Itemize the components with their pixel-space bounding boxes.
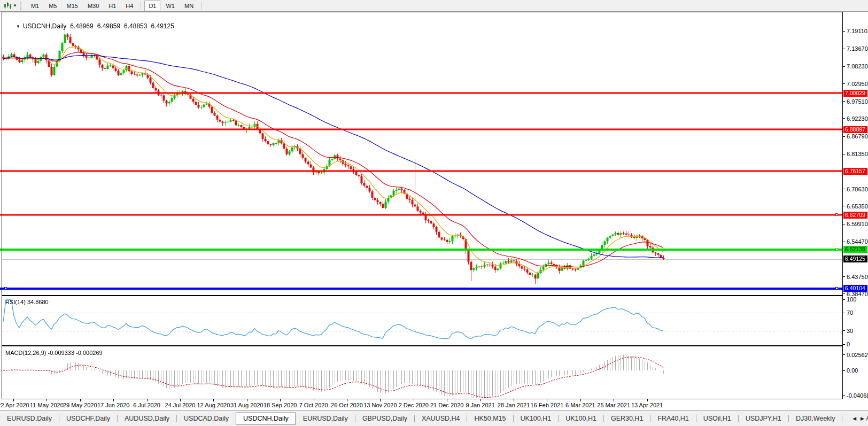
macd-canvas[interactable] (0, 346, 843, 399)
tick-dash (843, 242, 845, 242)
main-chart-canvas[interactable] (0, 12, 843, 296)
chart-tab-usdchf-daily[interactable]: USDCHF,Daily (59, 413, 117, 424)
tick-dash (843, 118, 845, 119)
date-axis[interactable]: 22 Apr 202011 May 202029 May 202017 Jun … (0, 399, 843, 410)
line-drag-handle[interactable] (835, 287, 838, 290)
tab-scroll-left-icon[interactable]: ◀ (850, 414, 858, 423)
date-tick (147, 399, 148, 401)
date-label: 6 Jul 2020 (133, 402, 160, 408)
date-label: 9 Jan 2021 (466, 402, 494, 408)
mt4-window: ▼ M1M5M15M30H1H4D1W1MN ▼USDCNH,Daily6.48… (0, 0, 868, 426)
timeframe-button-mn[interactable]: MN (180, 1, 198, 11)
date-tick (547, 399, 547, 401)
price-axis[interactable]: 7.191107.136707.082307.029506.975106.922… (843, 12, 868, 399)
chart-tab-usoil-h1[interactable]: USOil,H1 (696, 413, 738, 424)
date-tick (380, 399, 381, 401)
macd-axis-tick: 0.00 (843, 367, 858, 374)
date-label: 7 Oct 2020 (299, 402, 328, 408)
timeframe-button-h1[interactable]: H1 (104, 1, 120, 11)
chart-tab-uk100-h1[interactable]: UK100,H1 (559, 413, 603, 424)
rsi-axis-tick: 30 (843, 328, 853, 334)
tick-dash (843, 49, 845, 49)
tick-dash (843, 66, 845, 67)
level-price-label[interactable]: 7.00029 (843, 90, 867, 97)
chart-tab-usdcad-daily[interactable]: USDCAD,Daily (177, 413, 236, 424)
macd-axis-tick: 0.025623 (843, 352, 868, 358)
level-price-label[interactable]: 6.88897 (843, 126, 867, 133)
date-tick (447, 399, 447, 401)
chart-tab-gbpusd-daily[interactable]: GBPUSD,Daily (355, 413, 414, 424)
tick-dash (843, 293, 845, 294)
chart-tab-hk50-m15[interactable]: HK50,M15 (467, 413, 513, 424)
rsi-axis-tick: 0 (843, 341, 850, 347)
price-axis-tick: 6.81350 (843, 151, 868, 157)
date-label: 17 Jun 2020 (97, 402, 130, 408)
date-label: 13 Apr 2021 (631, 402, 663, 408)
chart-tab-eurusd-daily[interactable]: EURUSD,Daily (0, 413, 59, 424)
date-tick (113, 399, 114, 401)
chart-type-dropdown-caret-icon[interactable]: ▼ (13, 3, 17, 8)
level-price-label[interactable]: 6.76157 (843, 168, 867, 175)
price-axis-tick: 7.02950 (843, 81, 868, 87)
timeframe-button-m1[interactable]: M1 (27, 1, 43, 11)
date-tick (280, 399, 281, 401)
rsi-canvas[interactable] (0, 296, 843, 346)
price-axis-tick: 6.59910 (843, 221, 868, 227)
tick-dash (843, 224, 845, 224)
level-price-label[interactable]: 6.62709 (843, 212, 867, 219)
chart-collapse-icon[interactable]: ▼ (16, 24, 20, 29)
timeframe-buttons: M1M5M15M30H1H4D1W1MN (26, 0, 204, 12)
chart-tab-xauusd-h4[interactable]: XAUUSD,H4 (415, 413, 467, 424)
chart-tab-fra40-h1[interactable]: FRA40,H1 (650, 413, 695, 424)
price-axis-tick: 7.13670 (843, 45, 868, 52)
date-label: 16 Feb 2021 (531, 402, 564, 408)
timeframe-button-d1[interactable]: D1 (144, 1, 160, 11)
current-price-label: 6.49125 (843, 255, 867, 262)
line-drag-handle[interactable] (835, 213, 838, 216)
price-axis-tick: 6.97510 (843, 98, 868, 105)
date-label: 29 May 2020 (63, 402, 97, 408)
line-drag-handle[interactable] (835, 248, 838, 251)
date-tick (213, 399, 214, 401)
level-price-label[interactable]: 6.40104 (843, 285, 867, 292)
timeframe-button-m5[interactable]: M5 (44, 1, 61, 11)
chart-tab-bar: EURUSD,DailyUSDCHF,DailyAUDUSD,DailyUSDC… (0, 410, 868, 426)
chart-tab-dj30-weekly[interactable]: DJ30,Weekly (789, 413, 842, 424)
date-label: 22 Apr 2020 (0, 402, 29, 408)
chart-tab-eurusd-daily[interactable]: EURUSD,Daily (296, 413, 355, 424)
tick-dash (843, 276, 845, 277)
ohlc-low: 6.48853 (124, 22, 147, 30)
date-label: 25 Mar 2021 (597, 402, 630, 408)
timeframe-button-h4[interactable]: H4 (121, 1, 137, 11)
tick-dash (843, 83, 845, 84)
tick-dash (843, 154, 845, 154)
chart-tab-uk100-h1[interactable]: UK100,H1 (514, 413, 559, 424)
ohlc-open: 6.48969 (70, 22, 93, 30)
level-price-label[interactable]: 6.52138 (843, 246, 867, 253)
date-tick (347, 399, 347, 401)
price-axis-tick: 6.86790 (843, 133, 868, 140)
date-label: 28 Jan 2021 (498, 402, 530, 408)
date-tick (247, 399, 247, 401)
timeframe-button-m15[interactable]: M15 (62, 1, 82, 11)
chart-tab-ger30-h1[interactable]: GER30,H1 (604, 413, 650, 424)
toolbar-separator (141, 2, 141, 10)
timeframe-button-m30[interactable]: M30 (83, 1, 103, 11)
tab-scroll-right-icon[interactable]: ▶ (858, 414, 866, 423)
date-label: 13 Nov 2020 (363, 402, 397, 408)
toolbar-separator (201, 2, 201, 10)
tick-dash (843, 206, 845, 206)
chart-tab-audusd-daily[interactable]: AUDUSD,Daily (118, 413, 176, 424)
chart-tab-usdcnh-daily[interactable]: USDCNH,Daily (236, 413, 296, 424)
timeframe-toolbar: ▼ M1M5M15M30H1H4D1W1MN (0, 0, 868, 12)
timeframe-button-w1[interactable]: W1 (161, 1, 179, 11)
candlestick-chart-icon[interactable] (2, 1, 13, 11)
toolbar-grip[interactable] (20, 2, 23, 10)
tick-dash (843, 101, 845, 102)
macd-panel: MACD(12,26,9) -0.009333 -0.000269 (0, 346, 843, 399)
line-drag-handle[interactable] (4, 287, 7, 290)
chart-tab-usdjpy-h1[interactable]: USDJPY,H1 (739, 413, 788, 424)
macd-label: MACD(12,26,9) -0.009333 -0.000269 (5, 350, 103, 356)
ohlc-close: 6.49125 (151, 22, 174, 30)
price-axis-tick: 6.54470 (843, 238, 868, 245)
